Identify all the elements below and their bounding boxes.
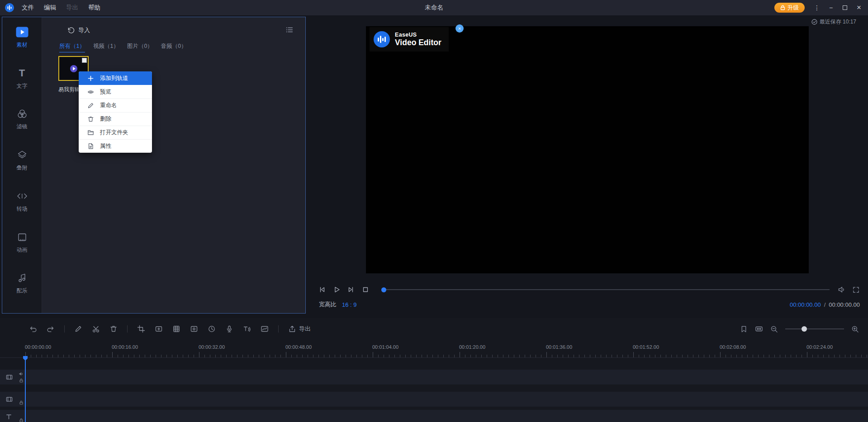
track-header bbox=[0, 410, 25, 422]
sidebar-item-label: 文字 bbox=[17, 82, 28, 90]
menu-item-label: 删除 bbox=[100, 115, 111, 123]
zoom-in-icon[interactable] bbox=[851, 325, 859, 333]
video-track-icon bbox=[5, 396, 13, 403]
stop-button[interactable] bbox=[360, 285, 371, 295]
timeline-ruler[interactable]: 00:00:00.00 00:00:16.00 00:00:32.00 00:0… bbox=[0, 341, 868, 358]
menu-item-label: 属性 bbox=[100, 142, 111, 150]
menu-item-open-folder[interactable]: 打开文件夹 bbox=[79, 126, 152, 139]
tab-audio[interactable]: 音频（0） bbox=[161, 42, 187, 52]
zoom-slider-handle[interactable] bbox=[802, 326, 807, 332]
undo-button[interactable] bbox=[29, 325, 37, 333]
sidebar-item-text[interactable]: T 文字 bbox=[2, 67, 42, 108]
filter-icon bbox=[17, 108, 28, 120]
ruler-label: 00:00:32.00 bbox=[199, 344, 225, 350]
total-time: 00:00:00.00 bbox=[829, 301, 860, 308]
export-icon bbox=[288, 325, 296, 333]
zoom-slider[interactable] bbox=[785, 325, 844, 333]
maximize-icon bbox=[843, 5, 847, 10]
menu-item-delete[interactable]: 删除 bbox=[79, 112, 152, 126]
play-button[interactable] bbox=[331, 285, 342, 295]
video-track-2[interactable] bbox=[0, 392, 868, 407]
pencil-icon bbox=[87, 102, 94, 109]
previous-frame-button[interactable] bbox=[317, 285, 327, 295]
text-track[interactable] bbox=[0, 410, 868, 422]
sidebar-item-music[interactable]: 配乐 bbox=[2, 272, 42, 313]
window-controls: 升级 ⋮ − × bbox=[774, 2, 868, 13]
edit-button[interactable] bbox=[74, 325, 82, 333]
watermark: EaseUS Video Editor bbox=[370, 27, 449, 52]
fit-width-icon[interactable] bbox=[755, 325, 763, 333]
menu-item-add-to-track[interactable]: 添加到轨道 bbox=[79, 71, 152, 85]
lock-track-icon[interactable] bbox=[19, 400, 24, 405]
preview-meta-row: 宽高比 16 : 9 00:00:00.00 / 00:00:00.00 bbox=[319, 300, 860, 309]
crop-button[interactable] bbox=[137, 325, 145, 333]
import-button[interactable]: 导入 bbox=[67, 26, 90, 34]
import-icon bbox=[67, 27, 75, 34]
animation-icon bbox=[17, 231, 28, 243]
menu-item-rename[interactable]: 重命名 bbox=[79, 98, 152, 112]
trash-icon bbox=[87, 116, 94, 122]
menu-help[interactable]: 帮助 bbox=[88, 4, 100, 12]
mosaic-button[interactable] bbox=[172, 325, 180, 333]
check-circle-icon bbox=[811, 19, 817, 25]
playhead-handle[interactable] bbox=[23, 356, 28, 361]
text-to-speech-button[interactable] bbox=[243, 325, 251, 333]
freeze-frame-button[interactable] bbox=[155, 325, 163, 333]
marker-icon[interactable] bbox=[740, 325, 748, 333]
delete-button[interactable] bbox=[109, 325, 118, 333]
lock-track-icon[interactable] bbox=[19, 378, 24, 383]
curve-button[interactable] bbox=[261, 325, 269, 333]
cut-button[interactable] bbox=[92, 325, 100, 333]
menu-item-label: 预览 bbox=[100, 88, 111, 96]
timeline-toolbar: 导出 bbox=[0, 318, 868, 340]
redo-button[interactable] bbox=[47, 325, 55, 333]
seek-bar[interactable] bbox=[383, 285, 830, 295]
sidebar-item-animation[interactable]: 动画 bbox=[2, 231, 42, 272]
next-frame-button[interactable] bbox=[346, 285, 356, 295]
export-button[interactable]: 导出 bbox=[288, 325, 311, 333]
upgrade-button[interactable]: 升级 bbox=[774, 3, 805, 13]
media-icon bbox=[16, 26, 28, 38]
close-button[interactable]: × bbox=[854, 2, 864, 13]
track-header bbox=[0, 392, 25, 407]
sidebar-item-overlay[interactable]: 叠附 bbox=[2, 149, 42, 190]
more-menu-button[interactable]: ⋮ bbox=[811, 2, 822, 13]
import-label: 导入 bbox=[78, 26, 90, 34]
zoom-out-icon[interactable] bbox=[770, 325, 778, 333]
aspect-ratio-value[interactable]: 16 : 9 bbox=[342, 301, 357, 308]
sidebar-item-media[interactable]: 素材 bbox=[2, 26, 42, 67]
duration-button[interactable] bbox=[208, 325, 216, 333]
current-time: 00:00:00.00 bbox=[790, 301, 821, 308]
transition-icon bbox=[16, 190, 28, 202]
sidebar-item-filter[interactable]: 滤镜 bbox=[2, 108, 42, 149]
volume-icon[interactable] bbox=[838, 286, 846, 294]
menu-file[interactable]: 文件 bbox=[22, 4, 34, 12]
mute-track-icon[interactable] bbox=[19, 371, 24, 376]
saved-status: 最近保存 10:17 bbox=[811, 18, 856, 26]
media-tabs: 所有（1） 视频（1） 图片（0） 音频（0） bbox=[59, 42, 187, 52]
upgrade-label: 升级 bbox=[787, 4, 799, 12]
zoom-frame-button[interactable] bbox=[190, 325, 198, 333]
minimize-button[interactable]: − bbox=[825, 2, 836, 13]
seek-track bbox=[383, 289, 830, 290]
clip-name: 易我剪辑 bbox=[58, 86, 80, 94]
seek-handle[interactable] bbox=[381, 287, 386, 292]
lock-track-icon[interactable] bbox=[19, 417, 24, 422]
sidebar-item-transition[interactable]: 转场 bbox=[2, 190, 42, 231]
tab-video[interactable]: 视频（1） bbox=[93, 42, 119, 52]
menu-item-preview[interactable]: 预览 bbox=[79, 85, 152, 98]
ruler-label: 00:01:36.00 bbox=[546, 344, 572, 350]
list-view-icon[interactable] bbox=[285, 26, 294, 34]
menu-edit[interactable]: 编辑 bbox=[44, 4, 56, 12]
maximize-button[interactable] bbox=[840, 2, 850, 13]
watermark-close-button[interactable]: × bbox=[455, 24, 464, 33]
select-checkbox[interactable] bbox=[82, 58, 87, 63]
playhead[interactable] bbox=[25, 360, 26, 422]
app-logo-icon bbox=[5, 3, 14, 13]
fullscreen-icon[interactable] bbox=[852, 286, 860, 294]
voiceover-button[interactable] bbox=[225, 325, 233, 333]
tab-all[interactable]: 所有（1） bbox=[59, 42, 85, 52]
tab-image[interactable]: 图片（0） bbox=[127, 42, 153, 52]
menu-item-properties[interactable]: 属性 bbox=[79, 139, 152, 153]
video-track-1[interactable] bbox=[0, 370, 868, 384]
